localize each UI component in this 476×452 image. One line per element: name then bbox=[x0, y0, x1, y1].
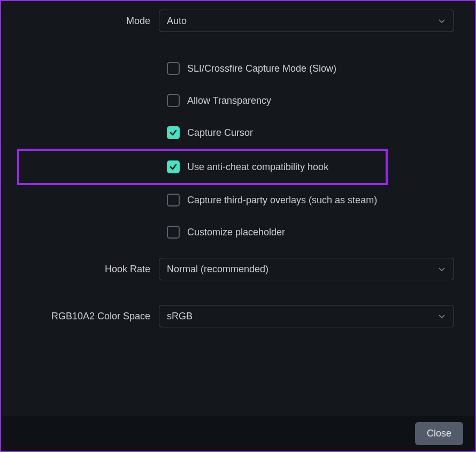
chevron-down-icon bbox=[437, 17, 446, 25]
color-space-select-value: sRGB bbox=[167, 311, 193, 322]
hook-rate-label: Hook Rate bbox=[17, 264, 159, 275]
thirdparty-checkbox[interactable] bbox=[167, 194, 180, 206]
close-button[interactable]: Close bbox=[415, 422, 463, 445]
sli-checkbox[interactable] bbox=[167, 62, 180, 75]
hook-rate-select[interactable]: Normal (recommended) bbox=[159, 258, 454, 280]
cursor-checkbox[interactable] bbox=[167, 126, 180, 139]
chevron-down-icon bbox=[437, 265, 446, 273]
anticheat-checkbox-label[interactable]: Use anti-cheat compatibility hook bbox=[187, 162, 328, 173]
thirdparty-checkbox-label[interactable]: Capture third-party overlays (such as st… bbox=[187, 195, 377, 206]
dialog-footer: Close bbox=[1, 416, 475, 451]
anticheat-checkbox[interactable] bbox=[167, 160, 180, 173]
transparency-checkbox-label[interactable]: Allow Transparency bbox=[187, 95, 271, 106]
placeholder-checkbox-label[interactable]: Customize placeholder bbox=[187, 227, 285, 238]
mode-select[interactable]: Auto bbox=[159, 10, 454, 32]
color-space-select[interactable]: sRGB bbox=[159, 305, 454, 327]
cursor-checkbox-label[interactable]: Capture Cursor bbox=[187, 127, 253, 139]
sli-checkbox-label[interactable]: SLI/Crossfire Capture Mode (Slow) bbox=[187, 63, 336, 74]
mode-label: Mode bbox=[17, 16, 159, 27]
chevron-down-icon bbox=[437, 312, 446, 320]
mode-select-value: Auto bbox=[167, 16, 187, 27]
hook-rate-select-value: Normal (recommended) bbox=[167, 264, 268, 275]
transparency-checkbox[interactable] bbox=[167, 94, 180, 107]
color-space-label: RGB10A2 Color Space bbox=[17, 311, 159, 322]
placeholder-checkbox[interactable] bbox=[167, 226, 180, 239]
anticheat-highlight: Use anti-cheat compatibility hook bbox=[17, 149, 388, 185]
